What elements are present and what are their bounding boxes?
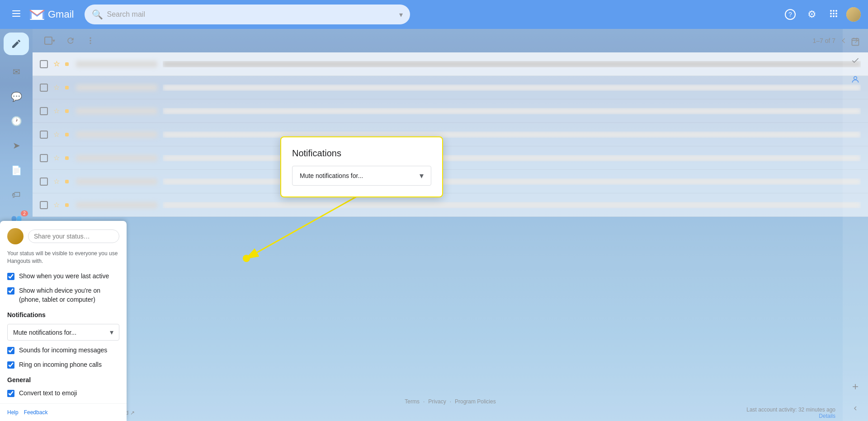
status-description: Your status will be visible to everyone … <box>7 250 119 265</box>
sounds-label: Sounds for incoming messages <box>19 346 107 355</box>
help-link[interactable]: Help <box>7 409 19 416</box>
emoji-checkbox[interactable] <box>7 390 14 397</box>
popup-dropdown-arrow-icon: ▾ <box>420 171 424 181</box>
hangouts-avatar <box>7 228 24 244</box>
ring-item[interactable]: Ring on incoming phone calls <box>7 360 119 370</box>
page-overlay <box>0 0 868 421</box>
show-device-item[interactable]: Show which device you're on (phone, tabl… <box>7 286 119 304</box>
hangouts-panel: Your status will be visible to everyone … <box>0 221 127 421</box>
sounds-checkbox[interactable] <box>7 347 14 354</box>
notification-popup: Notifications Mute notifications for... … <box>280 136 443 197</box>
status-input[interactable] <box>28 229 119 243</box>
status-row <box>7 228 119 244</box>
dropdown-arrow-icon: ▾ <box>110 328 113 337</box>
popup-mute-dropdown[interactable]: Mute notifications for... ▾ <box>292 166 431 186</box>
popup-title: Notifications <box>292 148 431 159</box>
show-last-active-item[interactable]: Show when you were last active <box>7 272 119 281</box>
emoji-label: Convert text to emoji <box>19 389 77 398</box>
mute-dropdown[interactable]: Mute notifications for... ▾ <box>7 324 119 341</box>
ring-label: Ring on incoming phone calls <box>19 360 102 370</box>
sounds-item[interactable]: Sounds for incoming messages <box>7 346 119 355</box>
panel-content: Your status will be visible to everyone … <box>0 221 127 398</box>
show-device-checkbox[interactable] <box>7 287 14 295</box>
mute-dropdown-label: Mute notifications for... <box>13 329 110 336</box>
ring-checkbox[interactable] <box>7 361 14 369</box>
emoji-item[interactable]: Convert text to emoji <box>7 389 119 398</box>
show-device-label: Show which device you're on (phone, tabl… <box>19 286 119 304</box>
panel-footer: Help Feedback <box>0 403 127 421</box>
feedback-link[interactable]: Feedback <box>24 409 48 416</box>
general-header: General <box>7 376 119 384</box>
show-last-active-label: Show when you were last active <box>19 272 109 281</box>
show-last-active-checkbox[interactable] <box>7 273 14 280</box>
popup-mute-label: Mute notifications for... <box>300 172 420 179</box>
notifications-header: Notifications <box>7 311 119 318</box>
